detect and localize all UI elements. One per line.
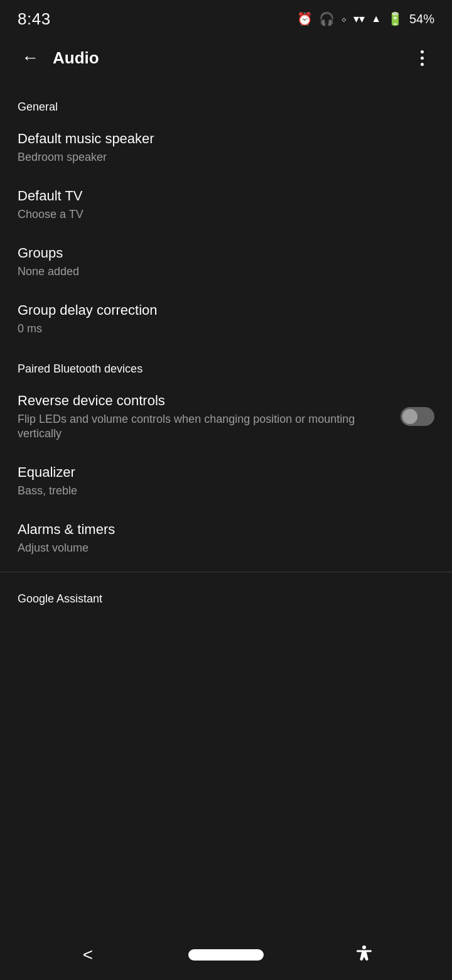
reverse-device-controls-subtitle: Flip LEDs and volume controls when chang… [18,412,390,442]
nav-home-button[interactable] [188,949,264,961]
list-item-text: Reverse device controls Flip LEDs and vo… [18,392,390,441]
default-tv-title: Default TV [18,187,434,205]
section-header-google-assistant: Google Assistant [0,577,452,611]
wifi-icon: ▾▾ [353,12,365,26]
status-time: 8:43 [18,9,51,29]
equalizer-subtitle: Bass, treble [18,484,434,498]
dot2 [421,57,424,60]
back-arrow-icon: ← [21,49,39,67]
section-header-paired-bluetooth: Paired Bluetooth devices [0,347,452,381]
list-item-text: Equalizer Bass, treble [18,464,434,498]
toggle-container [401,407,434,426]
default-tv-subtitle: Choose a TV [18,207,434,222]
nav-back-button[interactable]: < [63,939,113,971]
default-music-speaker-title: Default music speaker [18,130,434,148]
default-music-speaker-subtitle: Bedroom speaker [18,150,434,165]
alarm-icon: ⏰ [297,11,313,26]
dot3 [421,63,424,66]
nav-accessibility-button[interactable] [339,939,389,971]
svg-point-0 [362,945,366,949]
list-item-groups[interactable]: Groups None added [0,233,452,290]
list-item-default-music-speaker[interactable]: Default music speaker Bedroom speaker [0,119,452,176]
alarms-timers-title: Alarms & timers [18,521,434,539]
status-bar: 8:43 ⏰ 🎧 ⬦ ▾▾ ▲ 🔋 54% [0,0,452,35]
data-saver-icon: ⬦ [341,13,347,24]
battery-icon: 🔋 [387,11,403,26]
list-item-equalizer[interactable]: Equalizer Bass, treble [0,452,452,509]
status-icons: ⏰ 🎧 ⬦ ▾▾ ▲ 🔋 54% [297,11,434,26]
reverse-device-controls-title: Reverse device controls [18,392,390,410]
more-options-button[interactable] [407,43,437,73]
alarms-timers-subtitle: Adjust volume [18,541,434,555]
more-dots-icon [421,50,424,66]
equalizer-title: Equalizer [18,464,434,482]
group-delay-correction-subtitle: 0 ms [18,322,434,336]
reverse-device-controls-toggle[interactable] [401,407,434,426]
groups-subtitle: None added [18,264,434,279]
list-item-text: Default music speaker Bedroom speaker [18,130,434,165]
list-item-reverse-device-controls[interactable]: Reverse device controls Flip LEDs and vo… [0,381,452,452]
headphone-icon: 🎧 [319,11,335,26]
nav-back-icon: < [83,945,93,965]
content: General Default music speaker Bedroom sp… [0,80,452,616]
list-item-text: Alarms & timers Adjust volume [18,521,434,555]
signal-icon: ▲ [371,13,381,24]
list-item-group-delay-correction[interactable]: Group delay correction 0 ms [0,290,452,347]
battery-percentage: 54% [409,12,434,26]
list-item-text: Group delay correction 0 ms [18,302,434,336]
page-title: Audio [53,48,407,68]
bottom-nav: < [0,930,452,980]
list-item-text: Default TV Choose a TV [18,187,434,222]
list-item-default-tv[interactable]: Default TV Choose a TV [0,176,452,233]
app-bar: ← Audio [0,35,452,80]
section-header-general: General [0,85,452,119]
accessibility-icon [353,944,375,966]
groups-title: Groups [18,244,434,263]
toggle-thumb [402,409,417,424]
back-button[interactable]: ← [15,43,45,73]
list-item-text: Groups None added [18,244,434,279]
dot1 [421,50,424,53]
group-delay-correction-title: Group delay correction [18,302,434,320]
list-item-alarms-timers[interactable]: Alarms & timers Adjust volume [0,509,452,567]
divider [0,572,452,572]
